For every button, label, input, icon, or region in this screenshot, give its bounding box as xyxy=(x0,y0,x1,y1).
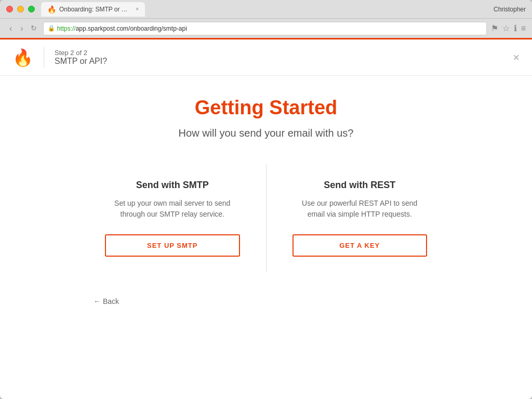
step-label: Step 2 of 2 xyxy=(55,49,107,57)
info-icon[interactable]: ℹ xyxy=(514,23,517,33)
header-divider xyxy=(44,47,44,68)
window-controls xyxy=(6,6,35,12)
url-domain: app.sparkpost.com xyxy=(76,25,128,32)
back-button[interactable]: ‹ xyxy=(6,23,15,34)
page-title: Getting Started xyxy=(195,97,337,119)
step-name-label: SMTP or API? xyxy=(55,57,107,66)
title-bar: 🔥 Onboarding: SMTP or API? × Christopher xyxy=(0,0,532,19)
nav-buttons: ‹ › ↻ xyxy=(6,23,39,34)
rest-option-card: Send with REST Use our powerful REST API… xyxy=(272,164,448,272)
url-https: https:// xyxy=(57,25,76,32)
maximize-window-button[interactable] xyxy=(28,6,35,12)
onboarding-header: 🔥 Step 2 of 2 SMTP or API? × xyxy=(0,39,532,76)
options-divider xyxy=(266,164,267,272)
rest-option-description: Use our powerful REST API to send email … xyxy=(292,198,428,220)
browser-tab[interactable]: 🔥 Onboarding: SMTP or API? × xyxy=(41,2,145,17)
sparkpost-logo-icon: 🔥 xyxy=(12,48,33,68)
page-subtitle: How will you send your email with us? xyxy=(179,127,354,139)
back-link[interactable]: ← Back xyxy=(94,297,119,305)
get-api-key-button[interactable]: GET A KEY xyxy=(292,234,428,257)
close-window-button[interactable] xyxy=(6,6,13,12)
forward-button[interactable]: › xyxy=(17,23,26,34)
secure-icon: 🔒 xyxy=(48,25,55,32)
browser-toolbar-icons: ⚑ ☆ ℹ ≡ xyxy=(491,23,526,33)
minimize-window-button[interactable] xyxy=(17,6,24,12)
menu-icon[interactable]: ≡ xyxy=(521,24,526,33)
smtp-option-title: Send with SMTP xyxy=(136,180,209,191)
url-bar[interactable]: 🔒 https://app.sparkpost.com/onboarding/s… xyxy=(43,22,487,35)
url-path: /onboarding/smtp-api xyxy=(128,25,187,32)
onboarding-close-button[interactable]: × xyxy=(513,51,520,64)
address-bar: ‹ › ↻ 🔒 https://app.sparkpost.com/onboar… xyxy=(0,19,532,39)
tab-bar: 🔥 Onboarding: SMTP or API? × xyxy=(41,2,526,17)
browser-window: 🔥 Onboarding: SMTP or API? × Christopher… xyxy=(0,0,532,399)
star-icon[interactable]: ☆ xyxy=(502,23,510,33)
rest-option-title: Send with REST xyxy=(324,180,395,191)
tab-favicon-icon: 🔥 xyxy=(47,5,56,14)
bookmark-icon[interactable]: ⚑ xyxy=(491,23,498,33)
options-container: Send with SMTP Set up your own mail serv… xyxy=(84,164,448,272)
smtp-option-card: Send with SMTP Set up your own mail serv… xyxy=(84,164,261,272)
smtp-option-description: Set up your own mail server to send thro… xyxy=(105,198,240,220)
url-text: https://app.sparkpost.com/onboarding/smt… xyxy=(57,25,187,32)
tab-close-icon[interactable]: × xyxy=(136,6,139,12)
step-info: Step 2 of 2 SMTP or API? xyxy=(55,49,107,66)
refresh-button[interactable]: ↻ xyxy=(29,23,39,34)
setup-smtp-button[interactable]: SET UP SMTP xyxy=(105,234,240,257)
tab-title: Onboarding: SMTP or API? xyxy=(59,6,130,13)
user-name-label: Christopher xyxy=(494,6,526,13)
page-content: 🔥 Step 2 of 2 SMTP or API? × Getting Sta… xyxy=(0,39,532,399)
main-content: Getting Started How will you send your e… xyxy=(0,76,532,399)
